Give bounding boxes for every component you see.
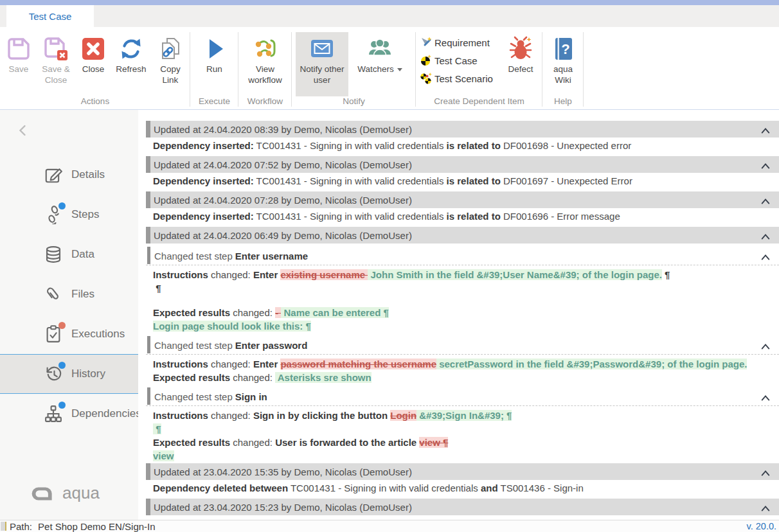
sidebar-item-data[interactable]: Data — [0, 235, 138, 274]
collapse-chevron-icon[interactable] — [760, 468, 771, 475]
save-label: Save — [9, 64, 29, 75]
create-requirement-button[interactable]: Requirement — [420, 33, 499, 51]
database-icon — [44, 245, 63, 264]
ribbon-group-workflow: View workflow Workflow — [238, 27, 292, 109]
run-icon — [202, 36, 228, 62]
test-step-change-header[interactable]: Changed test stepEnter password — [146, 337, 779, 355]
sidebar-item-steps[interactable]: Steps — [0, 195, 138, 235]
copy-link-button[interactable]: Copy Link — [152, 32, 189, 86]
history-entry-header[interactable]: Updated at 24.04.2020 08:39 by Demo, Nic… — [146, 121, 779, 137]
change-text: changed: — [208, 359, 253, 369]
change-text: TC001431 - Signing in with valid credent… — [254, 211, 447, 222]
change-text: and — [481, 483, 498, 493]
sidebar-item-details[interactable]: Details — [0, 155, 138, 195]
sidebar-item-history[interactable]: History — [0, 354, 138, 394]
history-diff-line: Expected results changed: - Name can be … — [146, 306, 779, 319]
close-label: Close — [82, 64, 105, 75]
change-text: ¶ — [662, 269, 670, 280]
history-entry-header[interactable]: Updated at 24.04.2020 07:52 by Demo, Nic… — [146, 156, 779, 173]
change-text: changed: — [230, 437, 275, 448]
run-button[interactable]: Run — [197, 32, 232, 75]
tab-test-case[interactable]: Test Case — [6, 5, 94, 27]
change-text: DF001698 - Unexpected error — [501, 140, 631, 151]
create-test-scenario-button[interactable]: Test Scenario — [420, 69, 499, 87]
aqua-wiki-label: aqua Wiki — [545, 64, 581, 86]
collapse-chevron-icon[interactable] — [760, 341, 771, 349]
deleted-text: password matching the username — [280, 359, 436, 369]
inserted-text: Name can be entered ¶ — [281, 307, 389, 318]
history-diff-line: Login page should look like this: ¶ — [146, 320, 779, 333]
sidebar-item-executions[interactable]: Executions — [0, 314, 138, 354]
sidebar-collapse-button[interactable] — [17, 124, 30, 137]
create-test-case-button[interactable]: Test Case — [420, 51, 499, 69]
status-path-value: Pet Shop Demo EN/Sign-In — [38, 521, 156, 532]
test-step-change-header[interactable]: Changed test stepSign in — [146, 388, 779, 406]
deleted-text: Login — [390, 410, 416, 421]
change-text: TC001431 - Signing in with valid credent… — [288, 483, 481, 493]
change-text: ¶ — [153, 283, 161, 294]
collapse-chevron-icon[interactable] — [760, 252, 771, 260]
view-workflow-button[interactable]: View workflow — [240, 32, 291, 86]
inserted-text: Login page should look like this: ¶ — [153, 321, 311, 332]
change-text: DF001697 - Unexpected Error — [501, 175, 632, 186]
collapse-chevron-icon[interactable] — [760, 125, 771, 133]
spacer — [146, 296, 779, 306]
history-entry-header[interactable]: Updated at 24.04.2020 06:49 by Demo, Nic… — [146, 227, 779, 244]
sidebar-item-label: Details — [71, 168, 105, 181]
watchers-button[interactable]: Watchers — [348, 32, 411, 75]
create-defect-button[interactable]: Defect — [501, 32, 540, 75]
app-window: Test Case Save Save & Close — [0, 0, 779, 532]
change-text: is related to — [447, 175, 501, 186]
inserted-text: John Smith in the field &#39;User Name&#… — [368, 269, 662, 280]
aqua-wiki-button[interactable]: ? aqua Wiki — [545, 32, 581, 86]
test-case-label: Test Case — [434, 55, 478, 66]
ribbon-tab-bar: Test Case — [0, 5, 779, 27]
group-label-create-dependent-item: Create Dependent Item — [416, 96, 542, 106]
view-workflow-label: View workflow — [240, 64, 291, 86]
collapse-chevron-icon[interactable] — [760, 503, 771, 511]
sidebar-item-files[interactable]: Files — [0, 274, 138, 314]
history-entry-header[interactable]: Updated at 23.04.2020 15:35 by Demo, Nic… — [146, 463, 779, 480]
sidebar-item-dependencies[interactable]: Dependencies — [0, 394, 138, 434]
blue-notification-badge — [58, 362, 66, 369]
test-step-change-header[interactable]: Changed test stepEnter username — [146, 247, 779, 265]
history-diff-line: Instructions changed: Sign in by clickin… — [146, 409, 779, 422]
refresh-button[interactable]: Refresh — [111, 32, 152, 75]
collapse-chevron-icon[interactable] — [760, 231, 771, 239]
refresh-label: Refresh — [116, 64, 146, 75]
save-button[interactable]: Save — [1, 32, 36, 75]
notify-other-user-label: Notify other user — [296, 64, 348, 86]
envelope-icon — [309, 36, 335, 62]
save-and-close-button[interactable]: Save & Close — [36, 32, 76, 86]
group-label-workflow: Workflow — [238, 96, 292, 106]
deleted-text: view ¶ — [419, 437, 448, 448]
watchers-icon — [367, 36, 393, 62]
ribbon: Save Save & Close Close — [0, 27, 779, 110]
change-text: Enter — [253, 269, 281, 280]
deleted-text: - — [275, 307, 281, 318]
collapse-chevron-icon[interactable] — [760, 161, 771, 168]
change-text: TC001431 - Signing in with valid credent… — [254, 140, 447, 151]
save-and-close-label: Save & Close — [36, 64, 76, 86]
ribbon-group-notify: Notify other user Watchers Notify — [292, 27, 416, 109]
collapse-chevron-icon[interactable] — [760, 196, 771, 204]
change-text: Dependency inserted: — [153, 175, 254, 186]
test-step-change-prefix: Changed test step — [154, 251, 233, 262]
change-text: Dependency inserted: — [153, 140, 254, 151]
history-diff-line: ¶ — [146, 423, 779, 436]
test-step-name: Sign in — [235, 391, 267, 402]
run-label: Run — [206, 64, 222, 75]
status-path-label: Path: — [10, 521, 32, 532]
history-icon — [44, 364, 63, 384]
change-text: is related to — [447, 140, 501, 151]
ribbon-group-execute: Run Execute — [190, 27, 238, 109]
collapse-chevron-icon[interactable] — [760, 393, 771, 400]
close-button[interactable]: Close — [76, 32, 111, 75]
refresh-icon — [118, 36, 144, 62]
sidebar: DetailsStepsDataFilesExecutionsHistoryDe… — [0, 110, 138, 520]
chevron-down-icon — [397, 68, 402, 71]
history-entry-header[interactable]: Updated at 24.04.2020 07:28 by Demo, Nic… — [146, 191, 779, 208]
close-icon — [80, 36, 106, 62]
notify-other-user-button[interactable]: Notify other user — [296, 32, 348, 96]
history-entry-header[interactable]: Updated at 23.04.2020 15:23 by Demo, Nic… — [146, 499, 779, 515]
